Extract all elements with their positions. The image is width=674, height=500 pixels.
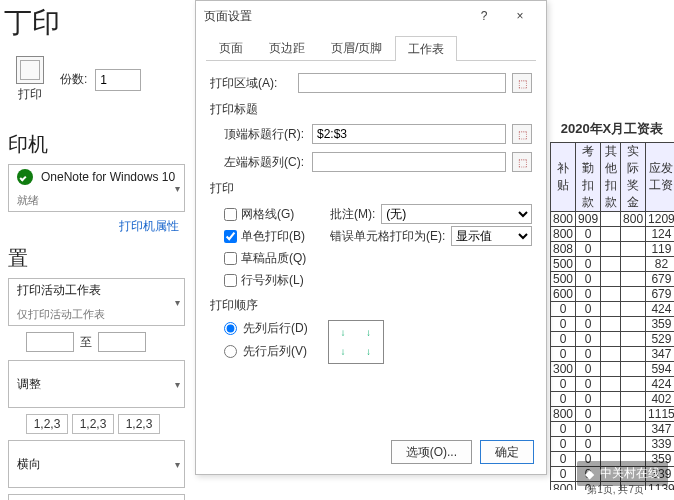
paper-size-select[interactable]: A4 21 厘米 x 29.7 厘米 ▾ [8,494,185,500]
table-row: 500082 [551,257,675,272]
table-row: 00359 [551,317,675,332]
printer-select[interactable]: OneNote for Windows 10 就绪 ▾ [8,164,185,212]
print-area-label: 打印区域(A): [210,75,292,92]
over-then-down-radio[interactable] [224,345,237,358]
table-row: 6000679 [551,287,675,302]
watermark: ◆ 中关村在线 [577,461,668,486]
top-rows-input[interactable] [312,124,506,144]
table-header: 实际奖金 [621,143,646,212]
orientation-select[interactable]: 横向 ▾ [8,440,185,488]
backstage-panel: 丁印 打印 份数: 印机 OneNote for Windows 10 就绪 ▾… [0,0,195,500]
preview-table: 补贴考勤扣款其他扣款实际奖金应发工资 800909800120980001248… [550,142,674,490]
table-row: 80001115 [551,407,675,422]
tab-margins[interactable]: 页边距 [256,35,318,60]
page-title: 丁印 [4,4,189,42]
rowcol-checkbox[interactable] [224,274,237,287]
tab-page[interactable]: 页面 [206,35,256,60]
top-rows-label: 顶端标题行(R): [224,126,306,143]
order-preview-icon: ↓↓↓↓ [328,320,384,364]
table-row: 00424 [551,377,675,392]
left-cols-input[interactable] [312,152,506,172]
table-header: 补贴 [551,143,576,212]
left-cols-label: 左端标题列(C): [224,154,306,171]
print-preview: 2020年X月工资表 补贴考勤扣款其他扣款实际奖金应发工资 8009098001… [550,20,674,490]
help-button[interactable]: ? [466,2,502,30]
tab-sheet[interactable]: 工作表 [395,36,457,61]
table-row: 00347 [551,347,675,362]
close-button[interactable]: × [502,2,538,30]
status-ok-icon [17,169,33,185]
collate-pages: 1,2,3 1,2,3 1,2,3 [26,414,185,434]
dialog-tabs: 页面 页边距 页眉/页脚 工作表 [206,35,536,61]
chevron-down-icon: ▾ [175,183,180,194]
table-row: 00339 [551,437,675,452]
print-area-input[interactable] [298,73,506,93]
copies-label: 份数: [60,71,87,88]
gridlines-checkbox[interactable] [224,208,237,221]
printer-section-header: 印机 [8,131,189,158]
page-setup-dialog: 页面设置 ? × 页面 页边距 页眉/页脚 工作表 打印区域(A): ⬚ 打印标… [195,0,547,475]
chevron-down-icon: ▾ [175,379,180,390]
errors-select[interactable]: 显示值 [451,226,532,246]
table-row: 8009098001209 [551,212,675,227]
table-row: 00529 [551,332,675,347]
table-header: 应发工资 [646,143,674,212]
page-from-input[interactable] [26,332,74,352]
dialog-titlebar: 页面设置 ? × [196,1,546,31]
table-row: 00402 [551,392,675,407]
tab-header-footer[interactable]: 页眉/页脚 [318,35,395,60]
options-button[interactable]: 选项(O)... [391,440,472,464]
table-row: 00347 [551,422,675,437]
table-row: 00424 [551,302,675,317]
page-range: 至 [26,332,185,352]
print-group-header: 打印 [210,180,532,197]
comments-select[interactable]: (无) [381,204,532,224]
table-header: 其他扣款 [601,143,621,212]
printer-icon [16,56,44,84]
printer-properties-link[interactable]: 打印机属性 [0,218,189,235]
sheet-title: 2020年X月工资表 [550,120,674,138]
print-scope-select[interactable]: 打印活动工作表 仅打印活动工作表 ▾ [8,278,185,326]
titles-group-header: 打印标题 [210,101,532,118]
page-to-input[interactable] [98,332,146,352]
copies-input[interactable] [95,69,141,91]
ok-button[interactable]: 确定 [480,440,534,464]
logo-icon: ◆ [585,467,594,481]
table-row: 3000594 [551,362,675,377]
draft-checkbox[interactable] [224,252,237,265]
print-button[interactable]: 打印 [8,56,52,103]
down-then-over-radio[interactable] [224,322,237,335]
range-picker-button[interactable]: ⬚ [512,124,532,144]
table-row: 5000679 [551,272,675,287]
collate-select[interactable]: 调整 ▾ [8,360,185,408]
range-picker-button[interactable]: ⬚ [512,152,532,172]
table-header: 考勤扣款 [576,143,601,212]
mono-checkbox[interactable] [224,230,237,243]
table-row: 8080119 [551,242,675,257]
table-row: 8000124 [551,227,675,242]
chevron-down-icon: ▾ [175,297,180,308]
chevron-down-icon: ▾ [175,459,180,470]
range-picker-button[interactable]: ⬚ [512,73,532,93]
order-group-header: 打印顺序 [210,297,532,314]
settings-section-header: 置 [8,245,189,272]
